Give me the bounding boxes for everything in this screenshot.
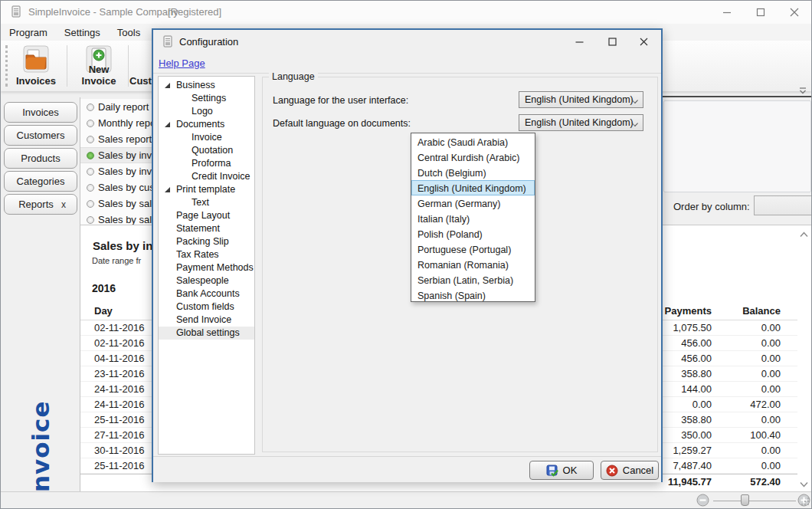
dropdown-option[interactable]: Dutch (Belgium) <box>411 165 535 180</box>
column-header-day[interactable]: Day <box>94 305 113 317</box>
minimize-button[interactable] <box>710 1 744 24</box>
column-header-balance[interactable]: Balance <box>742 305 781 317</box>
dropdown-option[interactable]: Arabic (Saudi Arabia) <box>411 134 535 149</box>
radio-icon <box>87 200 94 208</box>
report-list-item[interactable]: Sales by invo <box>80 147 152 163</box>
dialog-maximize-button[interactable] <box>596 30 628 53</box>
menu-item[interactable]: Tools <box>109 25 149 40</box>
tree-item[interactable]: Page Layout <box>159 209 254 222</box>
cell-balance: 0.00 <box>761 353 781 364</box>
dropdown-option[interactable]: English (United Kingdom) <box>411 180 535 195</box>
dropdown-option[interactable]: Polish (Poland) <box>411 226 535 241</box>
cancel-button[interactable]: Cancel <box>601 461 659 480</box>
status-bar <box>1 491 811 509</box>
tree-item[interactable]: Text <box>159 196 254 209</box>
menu-item[interactable]: Program <box>1 25 56 40</box>
sidebar-tab-label: Customers <box>17 130 65 141</box>
tree-item[interactable]: Quotation <box>159 144 254 157</box>
order-by-input[interactable] <box>754 195 812 215</box>
maximize-button[interactable] <box>744 1 778 24</box>
dropdown-option[interactable]: Romanian (Romania) <box>411 257 535 272</box>
tree-item[interactable]: Documents <box>159 118 254 131</box>
cell-balance: 0.00 <box>761 414 781 425</box>
resize-grip[interactable] <box>801 497 810 508</box>
report-list-item[interactable]: Sales by sales <box>80 195 152 212</box>
tree-item-label: Text <box>192 197 209 208</box>
dropdown-option[interactable]: Italian (Italy) <box>411 211 535 226</box>
tree-item-label: Invoice <box>192 132 222 143</box>
tree-item[interactable]: Payment Methods <box>159 261 254 274</box>
radio-icon <box>87 120 94 127</box>
sidebar-tab-invoices[interactable]: Invoices <box>4 102 77 123</box>
zoom-slider-thumb[interactable] <box>741 494 749 506</box>
sidebar-tab-categories[interactable]: Categories <box>4 171 77 192</box>
language-group-label: Language <box>269 71 318 82</box>
toolbar-drag-handle[interactable] <box>5 45 8 87</box>
tree-item[interactable]: Business <box>159 79 254 92</box>
tree-item[interactable]: Salespeople <box>159 274 254 287</box>
cell-payments: 1,259.27 <box>673 445 712 456</box>
tree-item[interactable]: Global settings <box>159 327 254 340</box>
sidebar-tab-reports[interactable]: Reports x <box>4 194 77 215</box>
cell-day: 25-11-2016 <box>94 414 145 425</box>
tree-item[interactable]: Proforma <box>159 157 254 170</box>
tree-item[interactable]: Send Invoice <box>159 314 254 327</box>
invoices-toolbar-button[interactable]: Invoices <box>11 44 61 88</box>
report-list-item-label: Sales report <box>98 133 152 145</box>
report-title: Sales by in <box>93 239 152 252</box>
cell-payments: 0.00 <box>692 399 712 410</box>
tree-item[interactable]: Custom fields <box>159 300 254 314</box>
sidebar-tab-products[interactable]: Products <box>4 148 77 169</box>
cell-day: 02-11-2016 <box>94 337 145 349</box>
dialog-close-button[interactable] <box>627 30 660 53</box>
tree-item-label: Payment Methods <box>176 262 254 273</box>
help-page-link[interactable]: Help Page <box>159 57 205 69</box>
dropdown-option[interactable]: Spanish (Spain) <box>411 287 535 303</box>
cancel-icon <box>606 465 618 477</box>
cell-payments: 456.00 <box>681 353 712 364</box>
scroll-down-icon[interactable] <box>800 478 808 490</box>
new-invoice-toolbar-button[interactable]: New Invoice <box>71 44 126 88</box>
report-list-item[interactable]: Daily report <box>80 99 152 115</box>
dropdown-option[interactable]: Serbian (Latin, Serbia) <box>411 272 535 287</box>
report-list-item[interactable]: Sales by invo <box>80 163 152 179</box>
tree-item[interactable]: Invoice <box>159 131 254 144</box>
tree-item[interactable]: Packing Slip <box>159 235 254 248</box>
sidebar-tab-label: Invoices <box>22 107 59 118</box>
tree-item[interactable]: Settings <box>159 92 254 105</box>
tree-item[interactable]: Print template <box>159 183 254 196</box>
zoom-out-icon[interactable] <box>696 494 709 509</box>
dropdown-option[interactable]: German (Germany) <box>411 195 535 211</box>
tree-item[interactable]: Bank Accounts <box>159 287 254 300</box>
report-list-item[interactable]: Monthly repo <box>80 115 152 131</box>
column-header-payments[interactable]: Payments <box>665 305 712 317</box>
toolbar-overflow-icon[interactable] <box>799 85 807 97</box>
cell-day: 27-11-2016 <box>94 429 145 441</box>
tree-item[interactable]: Credit Invoice <box>159 170 254 183</box>
dropdown-option[interactable]: Central Kurdish (Arabic) <box>411 149 535 165</box>
reports-tab-close-icon[interactable]: x <box>61 199 66 210</box>
report-list-item-label: Sales by invo <box>98 166 152 177</box>
close-button[interactable] <box>778 1 811 24</box>
ui-language-select[interactable]: English (United Kingdom) <box>519 91 643 108</box>
total-payments: 11,945.77 <box>668 476 712 488</box>
dropdown-option[interactable]: Portuguese (Portugal) <box>411 241 535 257</box>
report-list-item[interactable]: Sales report <box>80 131 152 147</box>
dialog-minimize-button[interactable] <box>563 30 595 53</box>
tree-item-label: Salespeople <box>176 275 229 286</box>
settings-tree: Business Settings Logo Documents Invoice… <box>158 76 255 455</box>
report-list-item[interactable]: Sales by cust <box>80 179 152 195</box>
cell-balance: 0.00 <box>761 322 781 333</box>
cell-payments: 1,075.50 <box>673 322 712 333</box>
sidebar-tab-customers[interactable]: Customers <box>4 125 77 146</box>
invoices-folder-icon <box>21 44 51 74</box>
doc-language-select[interactable]: English (United Kingdom) <box>519 114 643 131</box>
cell-payments: 144.00 <box>681 383 712 395</box>
tree-item[interactable]: Statement <box>159 222 254 235</box>
scroll-up-icon[interactable] <box>800 228 808 240</box>
tree-item[interactable]: Logo <box>159 105 254 118</box>
tree-item-label: Logo <box>192 106 213 117</box>
ok-button[interactable]: OK <box>529 461 594 480</box>
menu-item[interactable]: Settings <box>56 25 109 40</box>
tree-item[interactable]: Tax Rates <box>159 248 254 261</box>
